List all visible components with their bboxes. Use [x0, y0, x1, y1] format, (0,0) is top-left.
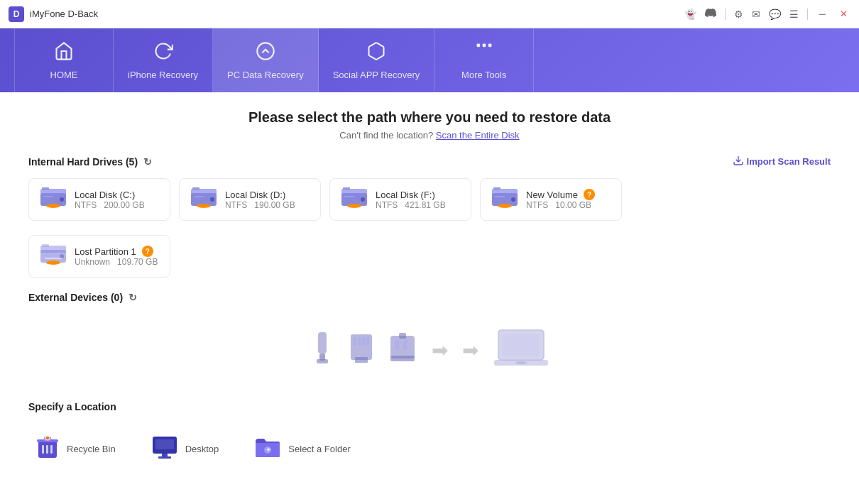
svg-rect-45: [355, 357, 368, 363]
drive-new-volume[interactable]: New Volume ? NTFS 10.00 GB: [480, 178, 622, 221]
drive-f-details: NTFS 421.81 GB: [376, 200, 446, 210]
nav-social[interactable]: Social APP Recovery: [319, 28, 435, 92]
svg-rect-53: [395, 340, 399, 350]
internal-drives-header: Internal Hard Drives (5) ↻ Import Scan R…: [28, 155, 831, 168]
svg-rect-43: [317, 359, 328, 363]
drive-d[interactable]: Local Disk (D:) NTFS 190.00 GB: [179, 178, 321, 221]
svg-rect-2: [482, 43, 486, 47]
lost-partition-info: Lost Partition 1 ? Unknown 109.70 GB: [75, 246, 158, 267]
ghost-icon[interactable]: 👻: [684, 9, 696, 20]
svg-rect-32: [499, 204, 510, 207]
navbar: HOME iPhone Recovery PC Data Recovery So…: [0, 28, 859, 92]
location-grid: Recycle Bin Desktop: [28, 422, 831, 475]
svg-point-21: [361, 197, 365, 202]
svg-point-0: [257, 43, 273, 59]
svg-point-28: [511, 197, 515, 202]
import-icon: [733, 155, 744, 168]
recycle-bin-item[interactable]: Recycle Bin: [28, 429, 123, 468]
svg-point-7: [60, 197, 64, 202]
more-nav-icon: [474, 41, 494, 65]
iphone-nav-icon: [153, 41, 173, 65]
drive-f-name: Local Disk (F:): [376, 190, 446, 200]
svg-rect-22: [344, 196, 354, 197]
external-devices-section: External Devices (0) ↻: [28, 292, 831, 387]
svg-rect-67: [155, 439, 174, 449]
drive-f-icon-wrap: [340, 186, 368, 213]
drive-c[interactable]: Local Disk (C:) NTFS 200.00 GB: [28, 178, 170, 221]
svg-rect-46: [354, 337, 356, 346]
svg-rect-1: [476, 43, 480, 47]
usb-drive-icon: [388, 332, 417, 368]
svg-rect-16: [192, 187, 199, 190]
lost-partition-details: Unknown 109.70 GB: [75, 257, 158, 267]
svg-rect-25: [349, 204, 360, 207]
new-volume-help-icon: ?: [584, 189, 595, 200]
nav-home[interactable]: HOME: [14, 28, 114, 92]
svg-rect-3: [488, 43, 492, 47]
lost-partition-name: Lost Partition 1 ?: [75, 246, 158, 257]
svg-rect-39: [48, 261, 59, 264]
chat-icon[interactable]: 💬: [769, 9, 781, 20]
drive-c-details: NTFS 200.00 GB: [75, 200, 145, 210]
close-button[interactable]: ✕: [837, 7, 850, 21]
drive-d-info: Local Disk (D:) NTFS 190.00 GB: [225, 190, 295, 210]
home-nav-icon: [54, 41, 74, 65]
social-nav-icon: [366, 41, 386, 65]
mail-icon[interactable]: ✉: [752, 9, 760, 20]
drive-nv-info: New Volume ? NTFS 10.00 GB: [526, 189, 595, 210]
menu-icon[interactable]: ☰: [789, 9, 799, 20]
select-folder-item[interactable]: ✦ Select a Folder: [247, 432, 357, 466]
svg-rect-29: [495, 196, 505, 197]
refresh-external-icon[interactable]: ↻: [128, 292, 137, 303]
minimize-button[interactable]: ─: [816, 7, 828, 21]
external-devices-header: External Devices (0) ↻: [28, 292, 831, 303]
refresh-internal-icon[interactable]: ↻: [143, 156, 152, 168]
svg-rect-50: [390, 336, 415, 358]
arrow-icon-1: ➡: [432, 339, 448, 362]
settings-icon[interactable]: ⚙: [734, 9, 743, 20]
nav-more[interactable]: More Tools: [434, 28, 534, 92]
titlebar-controls: 👻 ⚙ ✉ 💬 ☰ ─ ✕: [684, 7, 850, 21]
svg-point-14: [210, 197, 214, 202]
svg-rect-41: [318, 332, 327, 354]
svg-point-58: [515, 361, 527, 364]
titlebar-separator: [725, 9, 726, 20]
svg-rect-15: [194, 196, 204, 197]
scan-entire-disk-link[interactable]: Scan the Entire Disk: [436, 130, 520, 141]
drive-f-info: Local Disk (F:) NTFS 421.81 GB: [376, 190, 446, 210]
drives-grid: Local Disk (C:) NTFS 200.00 GB Local Dis…: [28, 178, 831, 221]
drive-c-info: Local Disk (C:) NTFS 200.00 GB: [75, 190, 145, 210]
drive-lost-partition[interactable]: Lost Partition 1 ? Unknown 109.70 GB: [28, 235, 170, 278]
svg-rect-36: [43, 253, 53, 254]
location-header: Specify a Location: [28, 401, 831, 412]
titlebar: D iMyFone D-Back 👻 ⚙ ✉ 💬 ☰ ─ ✕: [0, 0, 859, 28]
svg-rect-23: [343, 187, 350, 190]
titlebar-separator2: [807, 9, 808, 20]
svg-rect-54: [403, 340, 407, 350]
svg-rect-11: [48, 204, 59, 207]
desktop-icon: [151, 435, 178, 462]
svg-rect-18: [198, 204, 209, 207]
desktop-item[interactable]: Desktop: [144, 431, 226, 466]
empty-external-area: ➡ ➡: [28, 313, 831, 387]
svg-rect-64: [50, 445, 53, 454]
laptop-icon: [493, 327, 549, 373]
app-title: iMyFone D-Back: [30, 9, 98, 19]
location-label: Specify a Location: [28, 401, 116, 412]
nav-pc-label: PC Data Recovery: [227, 70, 304, 80]
main-content: Please select the path where you need to…: [0, 92, 859, 504]
location-section: Specify a Location Recycle Bin: [28, 401, 831, 475]
pc-nav-icon: [256, 41, 275, 65]
drive-f[interactable]: Local Disk (F:) NTFS 421.81 GB: [329, 178, 471, 221]
nav-pc[interactable]: PC Data Recovery: [213, 28, 319, 92]
discord-icon[interactable]: [705, 7, 716, 21]
nav-iphone[interactable]: iPhone Recovery: [114, 28, 213, 92]
svg-rect-63: [46, 445, 48, 454]
internal-drives-label: Internal Hard Drives (5): [28, 156, 138, 168]
svg-rect-49: [366, 337, 369, 346]
import-scan-button[interactable]: Import Scan Result: [733, 155, 831, 168]
external-devices-label: External Devices (0): [28, 292, 123, 303]
svg-rect-62: [42, 445, 44, 454]
page-subtitle: Can't find the location? Scan the Entire…: [28, 130, 831, 141]
drive-nv-icon-wrap: [491, 186, 519, 213]
